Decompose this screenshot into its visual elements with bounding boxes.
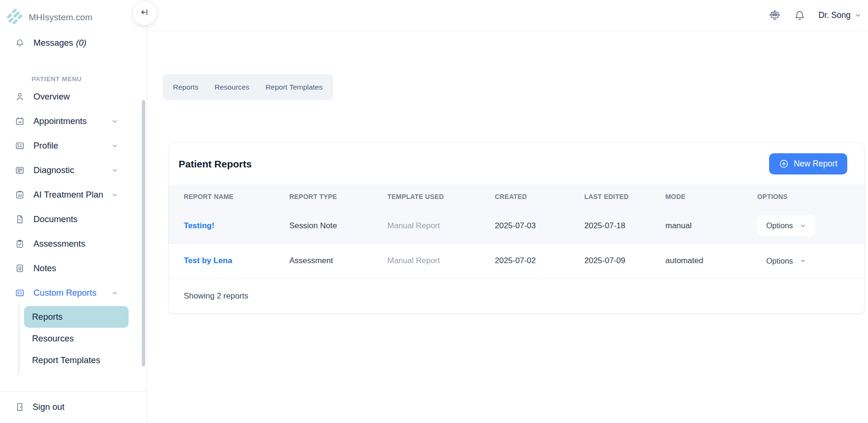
chevron-down-icon — [111, 142, 118, 149]
sidebar-footer: Sign out — [0, 391, 147, 423]
custom-reports-subnav: Reports Resources Report Templates — [18, 305, 147, 375]
col-mode: MODE — [665, 184, 757, 208]
sign-out-button[interactable]: Sign out — [6, 398, 141, 415]
chevron-down-icon — [854, 12, 861, 19]
list-icon — [15, 166, 25, 175]
sidebar-item-messages[interactable]: Messages (0) — [0, 32, 147, 54]
sidebar-item-appointments[interactable]: 19 Appointments — [0, 109, 147, 133]
collapse-arrow-icon — [140, 8, 149, 19]
user-name: Dr. Song — [819, 10, 851, 20]
patient-reports-card: Patient Reports New Report — [168, 142, 865, 314]
col-template-used: TEMPLATE USED — [387, 184, 495, 208]
user-icon — [15, 92, 25, 101]
reports-table: REPORT NAME REPORT TYPE TEMPLATE USED CR… — [169, 184, 864, 278]
card-header: Patient Reports New Report — [169, 143, 864, 184]
report-name-link[interactable]: Testing! — [184, 221, 214, 230]
mode-cell: manual — [665, 208, 757, 243]
sidebar: MHIsystem.com Messages (0) PATIENT MENU — [0, 0, 147, 423]
created-cell: 2025-07-03 — [495, 208, 584, 243]
chevron-down-icon — [111, 167, 118, 174]
messages-label: Messages — [33, 38, 73, 48]
calendar-icon: 19 — [15, 116, 25, 126]
options-button[interactable]: Options — [757, 250, 815, 272]
notes-icon — [15, 264, 25, 273]
sidebar-item-documents[interactable]: Documents — [0, 207, 147, 232]
sidebar-item-label: AI Treatment Plan — [33, 190, 103, 200]
new-report-button[interactable]: New Report — [769, 153, 847, 174]
profile-card-icon — [15, 141, 25, 150]
app: MHIsystem.com Messages (0) PATIENT MENU — [0, 0, 868, 423]
document-icon — [15, 215, 25, 224]
sidebar-item-label: Appointments — [33, 116, 87, 126]
last-edited-cell: 2025-07-18 — [584, 208, 665, 243]
col-options: OPTIONS — [757, 184, 864, 208]
sidebar-subitem-resources[interactable]: Resources — [24, 328, 129, 349]
door-icon — [15, 402, 25, 412]
template-used-cell: Manual Report — [387, 243, 495, 278]
clipboard-check-icon — [15, 239, 25, 249]
user-menu[interactable]: Dr. Song — [819, 10, 861, 20]
sidebar-item-notes[interactable]: Notes — [0, 256, 147, 281]
sidebar-item-label: Documents — [33, 214, 78, 224]
sidebar-scrollbar[interactable] — [142, 100, 145, 366]
options-button[interactable]: Options — [757, 215, 815, 236]
ai-assistant-robot-icon[interactable] — [769, 9, 781, 22]
topbar: Dr. Song — [147, 0, 868, 31]
col-last-edited: LAST EDITED — [584, 184, 665, 208]
options-label: Options — [766, 221, 793, 230]
created-cell: 2025-07-02 — [495, 243, 584, 278]
sidebar-item-profile[interactable]: Profile — [0, 133, 147, 158]
sidebar-item-label: Profile — [33, 141, 58, 151]
tab-resources[interactable]: Resources — [206, 74, 257, 100]
sidebar-item-label: Assessments — [33, 239, 85, 249]
report-name-link[interactable]: Test by Lena — [184, 256, 232, 265]
tab-reports[interactable]: Reports — [165, 74, 206, 100]
last-edited-cell: 2025-07-09 — [584, 243, 665, 278]
sidebar-item-label: Overview — [33, 91, 70, 102]
chevron-down-icon — [111, 191, 118, 199]
sidebar-subitem-reports[interactable]: Reports — [24, 306, 129, 328]
table-footer: Showing 2 reports — [169, 278, 864, 314]
new-report-label: New Report — [794, 159, 837, 169]
sidebar-item-diagnostic[interactable]: Diagnostic — [0, 158, 147, 182]
notifications-bell-icon[interactable] — [794, 9, 806, 22]
report-type-cell: Assessment — [289, 243, 387, 278]
table-row: Test by Lena Assessment Manual Report 20… — [169, 243, 864, 278]
sidebar-item-label: Custom Reports — [33, 288, 97, 298]
sign-out-label: Sign out — [33, 402, 65, 412]
brand[interactable]: MHIsystem.com — [0, 0, 147, 32]
sidebar-menu: Overview 19 Appointments — [0, 84, 147, 375]
sidebar-item-assessments[interactable]: Assessments — [0, 232, 147, 256]
sidebar-item-custom-reports[interactable]: Custom Reports — [0, 281, 147, 305]
report-type-cell: Session Note — [289, 208, 387, 243]
sidebar-subitem-report-templates[interactable]: Report Templates — [24, 349, 129, 371]
svg-text:19: 19 — [18, 120, 22, 124]
content: Reports Resources Report Templates Patie… — [147, 31, 868, 314]
tabbar: Reports Resources Report Templates — [163, 74, 333, 100]
page-title: Patient Reports — [179, 158, 252, 170]
chevron-up-icon — [111, 290, 118, 297]
collapse-sidebar-button[interactable] — [132, 1, 157, 25]
bell-icon — [15, 38, 25, 48]
chevron-down-icon — [111, 118, 118, 125]
sidebar-item-ai-treatment-plan[interactable]: AI Treatment Plan — [0, 182, 147, 207]
sidebar-item-overview[interactable]: Overview — [0, 84, 147, 109]
tab-report-templates[interactable]: Report Templates — [257, 74, 330, 100]
chevron-down-icon — [800, 257, 806, 264]
mode-cell: automated — [665, 243, 757, 278]
patient-menu-heading: PATIENT MENU — [32, 75, 147, 83]
sidebar-item-label: Notes — [33, 263, 56, 274]
chevron-down-icon — [800, 223, 806, 229]
brand-name: MHIsystem.com — [29, 12, 92, 23]
options-label: Options — [766, 257, 793, 265]
sidebar-item-label: Diagnostic — [33, 165, 74, 175]
brand-logo-icon — [6, 8, 24, 27]
col-created: CREATED — [495, 184, 584, 208]
col-report-name: REPORT NAME — [169, 184, 289, 208]
template-used-cell: Manual Report — [387, 208, 495, 243]
checklist-icon — [15, 288, 25, 298]
chart-icon — [15, 190, 25, 199]
col-report-type: REPORT TYPE — [289, 184, 387, 208]
messages-count: (0) — [76, 38, 86, 48]
table-header-row: REPORT NAME REPORT TYPE TEMPLATE USED CR… — [169, 184, 864, 208]
